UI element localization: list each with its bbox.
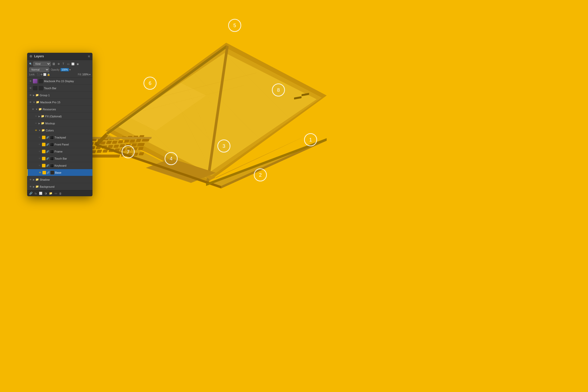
eye-icon[interactable]: 👁 — [29, 80, 32, 82]
layer-group1[interactable]: 👁 ▶ 📁 Group 1 — [27, 92, 92, 99]
lock-label: Lock: — [29, 73, 35, 76]
annotation-5: 5 — [228, 19, 241, 32]
opacity-value[interactable]: 100% — [61, 68, 69, 71]
layer-touch-bar[interactable]: 👁 🔗 Touch Bar — [27, 155, 92, 162]
expand-arrow[interactable]: ▶ — [33, 185, 35, 188]
panel-menu-icon[interactable]: ≡ — [88, 54, 90, 58]
eye-icon[interactable]: 👁 — [29, 178, 32, 181]
layer-name: Shadow — [40, 178, 91, 181]
layer-name: Trackpad — [55, 136, 91, 139]
shape-filter-icon[interactable]: ▭ — [66, 62, 70, 66]
annotation-6: 6 — [143, 77, 157, 90]
folder-icon: 📁 — [41, 122, 44, 125]
fill-label: Fill: — [78, 73, 82, 76]
eye-icon[interactable]: 👁 — [34, 115, 38, 118]
layer-macbook-pro15[interactable]: 👁 ▼ 📁 Macbook Pro 15 — [27, 99, 92, 106]
fx-icon[interactable]: fx — [35, 192, 37, 195]
expand-arrow[interactable]: ▼ — [33, 101, 35, 104]
expand-arrow[interactable]: ▶ — [33, 178, 35, 181]
smart-filter-icon[interactable]: ◉ — [76, 62, 80, 66]
layer-base[interactable]: 👁 🔗 Base — [27, 169, 92, 176]
opacity-dropdown-icon[interactable]: ▾ — [69, 68, 71, 71]
pixel-filter-icon[interactable]: ⬜ — [71, 62, 75, 66]
folder-icon: 📁 — [38, 108, 42, 111]
layer-macbook-display[interactable]: 👁 Macbook Pro 15 Display — [27, 78, 92, 85]
eye-icon[interactable]: 👁 — [29, 101, 32, 104]
annotation-4: 4 — [165, 152, 178, 165]
eye-icon[interactable]: 👁 — [29, 185, 32, 188]
eye-icon[interactable]: 👁 — [31, 108, 35, 111]
expand-arrow[interactable]: ▶ — [33, 94, 35, 96]
eye-icon[interactable]: 👁 — [38, 150, 41, 153]
adjustment-icon[interactable]: ◑ — [44, 192, 47, 195]
layer-keyboard[interactable]: 👁 🔗 Keyboard — [27, 162, 92, 169]
svg-rect-55 — [96, 150, 102, 153]
kind-select[interactable]: Kind — [33, 62, 51, 66]
eye-icon[interactable]: 👁 — [38, 157, 41, 160]
lock-artboard-icon[interactable]: ⬜ — [43, 73, 46, 76]
delete-layer-icon[interactable]: 🗑 — [59, 192, 62, 195]
text-filter-icon[interactable]: T — [61, 62, 65, 66]
eye-icon[interactable]: 👁 — [29, 87, 32, 89]
layer-mini-thumb — [50, 171, 54, 175]
fill-dropdown-icon[interactable]: ▾ — [89, 73, 90, 76]
layer-touchbar-top[interactable]: 👁 Touch Bar — [27, 85, 92, 92]
panel-titlebar: Layers ≡ — [27, 53, 92, 60]
blend-mode-select[interactable]: Normal — [29, 67, 49, 72]
eye-icon[interactable]: 👁 — [38, 171, 42, 174]
opacity-group: Opacity: 100% ▾ — [51, 68, 71, 71]
eye-icon[interactable]: 👁 — [29, 94, 32, 96]
layer-frame[interactable]: 👁 🔗 Frame — [27, 148, 92, 155]
layers-list: 👁 Macbook Pro 15 Display 👁 Touch Bar 👁 ▶… — [27, 78, 92, 190]
layer-thumb — [33, 86, 37, 90]
layer-name: FX (Optional) — [45, 115, 91, 118]
laptop-illustration — [80, 10, 357, 256]
annotation-3: 3 — [217, 139, 230, 153]
adjust-filter-icon[interactable]: ⚙ — [57, 62, 61, 66]
lock-all-icon[interactable]: 🔒 — [47, 73, 50, 76]
link-icon: 🔗 — [46, 164, 49, 167]
layer-name: Macbook Pro 15 — [40, 101, 91, 104]
layer-background[interactable]: 👁 ▶ 📁 Background — [27, 183, 92, 190]
eye-icon[interactable]: 👁 — [34, 122, 38, 125]
group-icon[interactable]: 📁 — [49, 192, 53, 195]
link-icon: 🔗 — [47, 171, 50, 174]
layer-mockup[interactable]: 👁 ▶ 📁 Mockup — [27, 120, 92, 127]
eye-icon[interactable]: 👁 — [38, 143, 41, 146]
expand-arrow[interactable]: ▶ — [38, 115, 40, 118]
expand-arrow[interactable]: ▶ — [38, 122, 40, 125]
eye-icon[interactable]: 👁 — [38, 136, 41, 139]
layer-mini-thumb — [50, 164, 54, 168]
folder-icon: 📁 — [36, 101, 39, 104]
eye-icon[interactable]: 👁 — [34, 129, 38, 132]
annotation-1: 1 — [304, 133, 317, 146]
lock-pixels-icon[interactable]: ⬛ — [37, 73, 40, 76]
layer-fx-optional[interactable]: 👁 ▶ 📁 FX (Optional) — [27, 113, 92, 120]
layer-name: Touch Bar — [55, 157, 91, 160]
layer-name: Keyboard — [55, 164, 91, 167]
svg-rect-56 — [103, 150, 108, 153]
lock-position-icon[interactable]: ✥ — [40, 73, 42, 76]
layer-shadow[interactable]: 👁 ▶ 📁 Shadow — [27, 176, 92, 183]
link-layers-icon[interactable]: 🔗 — [29, 192, 33, 195]
color-swatch — [42, 150, 45, 153]
layer-front-panel[interactable]: 👁 🔗 Front Panel — [27, 141, 92, 148]
color-swatch — [42, 143, 45, 146]
folder-icon: 📁 — [41, 129, 45, 132]
expand-arrow[interactable]: ▼ — [35, 108, 38, 111]
annotation-7: 7 — [122, 145, 135, 158]
layer-name: Mockup — [45, 122, 91, 125]
panel-close-button[interactable] — [30, 55, 32, 58]
artboard-icon[interactable]: ▭ — [55, 192, 57, 195]
image-filter-icon[interactable]: 🖼 — [52, 62, 56, 66]
mask-icon[interactable]: ⬜ — [39, 192, 42, 195]
link-icon: 🔗 — [46, 136, 49, 139]
layer-colors[interactable]: 👁 ▼ 📁 Colors — [27, 127, 92, 134]
layer-trackpad[interactable]: 👁 🔗 Trackpad — [27, 134, 92, 141]
eye-icon[interactable]: 👁 — [38, 164, 41, 167]
toolbar-row-kind: 🔍 Kind 🖼 ⚙ T ▭ ⬜ ◉ — [29, 62, 90, 66]
layer-name: Macbook Pro 15 Display — [44, 80, 91, 83]
expand-arrow[interactable]: ▼ — [38, 129, 41, 132]
layer-resources[interactable]: 👁 ▼ 📁 Resources — [27, 106, 92, 113]
search-icon: 🔍 — [29, 63, 32, 65]
